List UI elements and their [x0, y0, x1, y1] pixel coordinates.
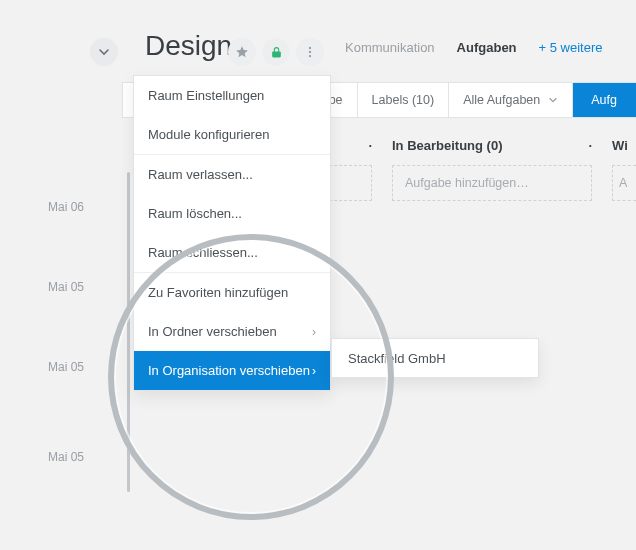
date-label: Mai 05: [48, 360, 84, 374]
chevron-right-icon: ›: [312, 364, 316, 378]
menu-item-add-favorite[interactable]: Zu Favoriten hinzufügen: [134, 272, 330, 312]
chevron-right-icon: ›: [312, 325, 316, 339]
star-icon: [235, 45, 249, 59]
date-label: Mai 05: [48, 280, 84, 294]
filter-seg-all[interactable]: Alle Aufgaben: [449, 83, 573, 117]
room-settings-menu: Raum Einstellungen Module konfigurieren …: [133, 75, 331, 391]
favorite-button[interactable]: [228, 38, 256, 66]
scroll-indicator: [127, 172, 130, 492]
menu-item-room-settings[interactable]: Raum Einstellungen: [134, 76, 330, 115]
tabs-more[interactable]: + 5 weitere: [539, 40, 603, 55]
tab-tasks[interactable]: Aufgaben: [457, 40, 517, 55]
chevron-down-icon: [548, 95, 558, 105]
add-task-input[interactable]: A: [612, 165, 636, 201]
date-label: Mai 06: [48, 200, 84, 214]
menu-item-delete-room[interactable]: Raum löschen...: [134, 194, 330, 233]
menu-item-move-to-org[interactable]: In Organisation verschieben ›: [134, 351, 330, 390]
menu-item-label: In Organisation verschieben: [148, 363, 310, 378]
lock-icon: [270, 46, 283, 59]
module-tabs: Kommunikation Aufgaben + 5 weitere: [345, 40, 603, 55]
org-submenu-item[interactable]: Stackfield GmbH: [348, 351, 446, 366]
svg-point-1: [309, 51, 311, 53]
menu-item-move-to-folder[interactable]: In Ordner verschieben ›: [134, 312, 330, 351]
room-menu-button[interactable]: [296, 38, 324, 66]
column-last-title: Wi: [612, 138, 628, 153]
menu-item-close-room[interactable]: Raum schliessen...: [134, 233, 330, 272]
more-vertical-icon: [303, 45, 317, 59]
date-column: Mai 06 Mai 05 Mai 05 Mai 05: [48, 0, 118, 550]
column-menu-dot[interactable]: ·: [588, 138, 592, 153]
menu-item-configure-modules[interactable]: Module konfigurieren: [134, 115, 330, 154]
date-label: Mai 05: [48, 450, 84, 464]
svg-point-0: [309, 47, 311, 49]
encryption-indicator[interactable]: [262, 38, 290, 66]
column-menu-dot[interactable]: ·: [368, 138, 372, 153]
org-submenu: Stackfield GmbH: [331, 338, 539, 378]
page-title: Design: [145, 30, 232, 62]
column-inprogress-title: In Bearbeitung (0): [392, 138, 503, 153]
filter-seg-all-label: Alle Aufgaben: [463, 93, 540, 107]
filter-seg-labels[interactable]: Labels (10): [358, 83, 450, 117]
add-task-input[interactable]: Aufgabe hinzufügen…: [392, 165, 592, 201]
menu-item-label: In Ordner verschieben: [148, 324, 277, 339]
new-task-button[interactable]: Aufg: [573, 83, 636, 117]
menu-item-leave-room[interactable]: Raum verlassen...: [134, 154, 330, 194]
column-last: Wi A: [612, 138, 636, 550]
tab-communication[interactable]: Kommunikation: [345, 40, 435, 55]
svg-point-2: [309, 55, 311, 57]
